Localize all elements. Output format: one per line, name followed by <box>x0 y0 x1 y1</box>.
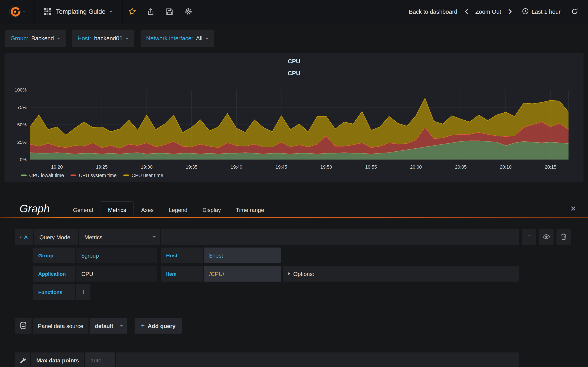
tab-time-range[interactable]: Time range <box>228 201 271 218</box>
star-button[interactable] <box>123 0 141 24</box>
share-icon <box>147 8 155 16</box>
query-collapse-toggle[interactable]: A <box>15 229 33 245</box>
cpu-panel: CPU CPU 0%25%50%75%100%19:2019:2519:3019… <box>5 53 584 182</box>
legend-item-cpu-system-time[interactable]: CPU system time <box>71 173 117 178</box>
tab-general[interactable]: General <box>65 201 100 218</box>
back-to-dashboard-button[interactable]: Back to dashboard <box>405 6 461 18</box>
template-variables-row: Group:BackendHost:backend01Network inter… <box>0 24 588 52</box>
chevron-down-icon <box>57 38 60 39</box>
collapse-caret-icon <box>19 236 22 238</box>
dashboard-title-caret-icon <box>110 11 112 13</box>
chevron-right-icon <box>508 8 512 16</box>
time-range-label: Last 1 hour <box>531 9 561 15</box>
svg-text:19:30: 19:30 <box>141 165 153 169</box>
clock-icon <box>522 8 529 16</box>
tab-axes[interactable]: Axes <box>134 201 161 218</box>
variable-value: All <box>196 35 202 42</box>
refresh-button[interactable] <box>568 6 581 18</box>
svg-text:100%: 100% <box>15 87 27 92</box>
query-delete-button[interactable] <box>556 229 571 245</box>
svg-text:19:20: 19:20 <box>51 165 63 169</box>
query-mode-select[interactable]: Metrics <box>79 229 160 245</box>
query-toggle-visibility-button[interactable] <box>539 229 553 245</box>
svg-text:20:05: 20:05 <box>455 165 467 169</box>
dashboard-title-button[interactable]: Templating Guide <box>35 0 123 24</box>
options-expander[interactable]: Options: <box>283 266 519 282</box>
settings-button[interactable] <box>179 0 198 24</box>
wrench-icon <box>19 356 26 364</box>
tab-legend[interactable]: Legend <box>161 201 195 218</box>
editor-header: Graph GeneralMetricsAxesLegendDisplayTim… <box>0 195 588 218</box>
navbar-right: Back to dashboard Zoom Out Last 1 hour <box>405 0 588 24</box>
host-field-value: $host <box>209 252 223 259</box>
query-field-row-group-host: Group $group Host $host <box>33 248 519 263</box>
panel-title[interactable]: CPU <box>5 57 584 66</box>
zoom-out-button[interactable]: Zoom Out <box>472 6 505 18</box>
time-shift-back-button[interactable] <box>461 6 472 18</box>
share-button[interactable] <box>141 0 160 24</box>
datasource-icon-cell <box>15 318 32 334</box>
legend-label: CPU iowait time <box>29 173 64 178</box>
item-field-label: Item <box>161 266 203 282</box>
group-field-label: Group <box>33 248 75 263</box>
application-field-input[interactable]: CPU <box>76 266 157 282</box>
save-icon <box>166 8 173 16</box>
add-query-label: Add query <box>148 323 175 329</box>
editor-tabs: GeneralMetricsAxesLegendDisplayTime rang… <box>65 201 271 218</box>
add-query-button[interactable]: + Add query <box>135 318 182 334</box>
svg-text:19:55: 19:55 <box>365 165 377 169</box>
svg-text:19:35: 19:35 <box>186 165 197 169</box>
group-field-value: $group <box>81 252 99 259</box>
database-icon <box>20 322 27 330</box>
time-shift-forward-button[interactable] <box>505 6 515 18</box>
svg-text:19:25: 19:25 <box>96 165 108 169</box>
tab-metrics[interactable]: Metrics <box>101 201 134 218</box>
add-function-button[interactable]: + <box>76 284 90 300</box>
svg-text:19:50: 19:50 <box>320 165 332 169</box>
chevron-left-icon <box>464 8 468 16</box>
item-field-input[interactable]: /CPU/ <box>204 266 281 282</box>
datasource-select[interactable]: default <box>90 318 127 334</box>
wrench-icon-cell <box>15 352 30 367</box>
group-field-input[interactable]: $group <box>76 248 157 263</box>
variable-group[interactable]: Group:Backend <box>5 30 65 47</box>
mdp-row-filler <box>116 352 519 367</box>
svg-text:50%: 50% <box>17 122 27 127</box>
trash-icon <box>561 233 567 241</box>
options-label: Options: <box>293 271 314 277</box>
time-picker-button[interactable]: Last 1 hour <box>519 6 564 18</box>
functions-label: Functions <box>33 284 75 300</box>
datasource-value: default <box>95 323 113 329</box>
svg-text:20:10: 20:10 <box>500 165 511 169</box>
query-mode-value: Metrics <box>84 234 103 240</box>
query-row-a: A Query Mode Metrics ≡ <box>15 229 571 245</box>
dashboard-icon <box>43 7 52 17</box>
editor-body: A Query Mode Metrics ≡ <box>0 218 588 367</box>
variable-network-interface[interactable]: Network interface:All <box>141 30 214 47</box>
dashboard-title: Templating Guide <box>56 8 105 16</box>
chevron-down-icon <box>120 325 123 327</box>
host-field-label: Host <box>161 248 203 263</box>
plus-icon: + <box>141 322 145 330</box>
legend-label: CPU user time <box>132 173 163 178</box>
variable-host[interactable]: Host:backend01 <box>72 30 134 47</box>
query-mode-label: Query Mode <box>34 229 78 245</box>
grafana-logo-button[interactable] <box>0 0 35 24</box>
legend-swatch <box>71 175 76 176</box>
query-menu-button[interactable]: ≡ <box>522 229 536 245</box>
save-button[interactable] <box>160 0 179 24</box>
cpu-graph[interactable]: 0%25%50%75%100%19:2019:2519:3019:3519:40… <box>6 86 582 181</box>
refresh-icon <box>571 8 578 16</box>
legend-item-cpu-iowait-time[interactable]: CPU iowait time <box>21 173 64 178</box>
query-ref-letter: A <box>24 234 28 240</box>
panel-editor: Graph GeneralMetricsAxesLegendDisplayTim… <box>0 195 588 367</box>
host-field-input[interactable]: $host <box>204 248 281 263</box>
logo-caret-icon <box>23 11 25 13</box>
close-editor-button[interactable]: × <box>569 204 578 213</box>
variable-label: Host: <box>78 35 91 42</box>
max-data-points-input[interactable]: auto <box>85 352 115 367</box>
tab-display[interactable]: Display <box>195 201 229 218</box>
legend-item-cpu-user-time[interactable]: CPU user time <box>123 173 163 178</box>
svg-text:19:40: 19:40 <box>231 165 242 169</box>
svg-text:0%: 0% <box>20 157 26 162</box>
